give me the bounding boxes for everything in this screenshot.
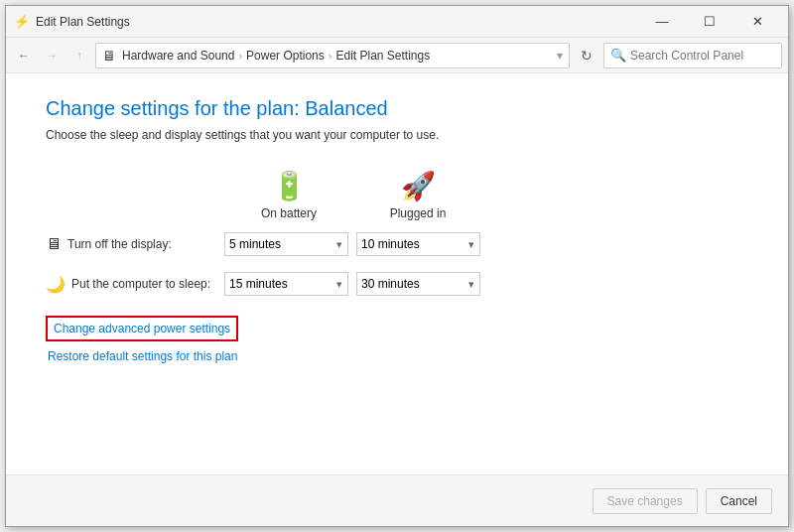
save-changes-button[interactable]: Save changes — [593, 488, 698, 514]
display-pluggedin-dropdown[interactable]: 1 minute 2 minutes 3 minutes 5 minutes 1… — [356, 232, 480, 256]
breadcrumb-dropdown-icon[interactable]: ▾ — [557, 49, 563, 63]
footer: Save changes Cancel — [6, 474, 788, 526]
window-title: Edit Plan Settings — [36, 15, 639, 29]
battery-icon: 🔋 — [272, 170, 307, 202]
sleep-row-label: 🌙 Put the computer to sleep: — [46, 275, 224, 294]
sleep-row: 🌙 Put the computer to sleep: 1 minute 2 … — [46, 272, 601, 296]
restore-defaults-link[interactable]: Restore default settings for this plan — [46, 349, 748, 363]
pluggedin-label: Plugged in — [390, 206, 447, 220]
address-bar: ← → ↑ 🖥 Hardware and Sound › Power Optio… — [6, 38, 788, 73]
content-area: Change settings for the plan: Balanced C… — [6, 73, 788, 474]
sleep-pluggedin-dropdown-container: 1 minute 2 minutes 3 minutes 5 minutes 1… — [356, 272, 480, 296]
display-pluggedin-dropdown-container: 1 minute 2 minutes 3 minutes 5 minutes 1… — [356, 232, 480, 256]
breadcrumb-sep-2: › — [329, 50, 332, 62]
sleep-battery-dropdown[interactable]: 1 minute 2 minutes 3 minutes 5 minutes 1… — [224, 272, 348, 296]
display-battery-dropdown[interactable]: 1 minute 2 minutes 3 minutes 5 minutes 1… — [224, 232, 348, 256]
up-button[interactable]: ↑ — [67, 44, 91, 67]
window-icon: ⚡ — [14, 14, 30, 30]
minimize-button[interactable]: — — [639, 9, 685, 35]
advanced-power-settings-link[interactable]: Change advanced power settings — [46, 316, 238, 341]
search-input[interactable] — [630, 49, 779, 63]
sleep-icon: 🌙 — [46, 275, 66, 294]
breadcrumb: 🖥 Hardware and Sound › Power Options › E… — [95, 43, 570, 68]
search-icon: 🔍 — [610, 48, 626, 63]
forward-button[interactable]: → — [40, 44, 64, 67]
battery-label: On battery — [261, 206, 317, 220]
pluggedin-icon: 🚀 — [401, 170, 436, 202]
breadcrumb-sep-1: › — [238, 50, 242, 62]
main-window: ⚡ Edit Plan Settings — ☐ ✕ ← → ↑ 🖥 Hardw… — [5, 5, 789, 527]
cancel-button[interactable]: Cancel — [706, 488, 772, 514]
search-box: 🔍 — [603, 43, 782, 68]
display-row-label: 🖥 Turn off the display: — [46, 235, 224, 253]
link-section: Change advanced power settings Restore d… — [46, 316, 748, 363]
display-icon: 🖥 — [46, 235, 62, 253]
breadcrumb-current: Edit Plan Settings — [335, 49, 430, 63]
pluggedin-column-header: 🚀 Plugged in — [353, 170, 482, 220]
display-label-text: Turn off the display: — [67, 237, 172, 251]
sleep-pluggedin-dropdown[interactable]: 1 minute 2 minutes 3 minutes 5 minutes 1… — [356, 272, 480, 296]
settings-table: 🔋 On battery 🚀 Plugged in 🖥 Turn off the… — [46, 170, 601, 296]
breadcrumb-item-hardware[interactable]: Hardware and Sound — [122, 49, 234, 63]
page-subtitle: Choose the sleep and display settings th… — [46, 128, 748, 142]
window-controls: — ☐ ✕ — [639, 9, 780, 35]
title-bar: ⚡ Edit Plan Settings — ☐ ✕ — [6, 6, 788, 38]
breadcrumb-item-power[interactable]: Power Options — [246, 49, 325, 63]
sleep-battery-dropdown-container: 1 minute 2 minutes 3 minutes 5 minutes 1… — [224, 272, 348, 296]
close-button[interactable]: ✕ — [734, 9, 780, 35]
page-title: Change settings for the plan: Balanced — [46, 97, 748, 120]
refresh-button[interactable]: ↻ — [574, 43, 599, 68]
battery-column-header: 🔋 On battery — [224, 170, 353, 220]
display-battery-dropdown-container: 1 minute 2 minutes 3 minutes 5 minutes 1… — [224, 232, 348, 256]
sleep-label-text: Put the computer to sleep: — [71, 277, 210, 291]
maximize-button[interactable]: ☐ — [687, 9, 732, 35]
column-headers: 🔋 On battery 🚀 Plugged in — [46, 170, 601, 220]
breadcrumb-icon: 🖥 — [102, 48, 116, 64]
back-button[interactable]: ← — [12, 44, 36, 67]
display-row: 🖥 Turn off the display: 1 minute 2 minut… — [46, 232, 601, 256]
